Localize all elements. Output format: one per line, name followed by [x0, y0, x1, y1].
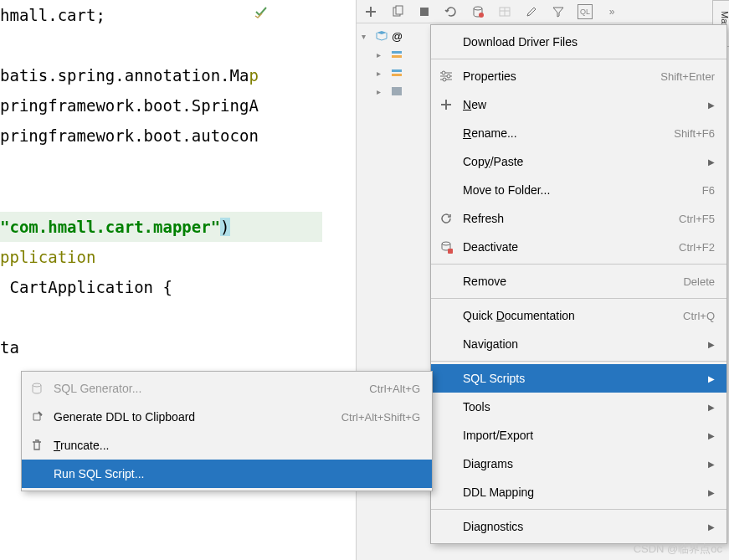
menu-import-export[interactable]: Import/Export ▶: [431, 421, 726, 450]
menu-download-driver[interactable]: Download Driver Files: [431, 28, 726, 56]
blank-icon: [438, 485, 454, 500]
code-line: batis.spring.annotation.Map: [0, 60, 322, 90]
blank-icon: [438, 519, 454, 534]
refresh-icon[interactable]: [444, 4, 459, 19]
ql-icon[interactable]: QL: [578, 4, 593, 19]
menu-properties[interactable]: Properties Shift+Enter: [431, 62, 726, 90]
menu-remove[interactable]: Remove Delete: [431, 267, 726, 295]
export-icon: [28, 409, 45, 424]
chevron-right-icon[interactable]: ▸: [377, 69, 387, 78]
context-menu-main: Download Driver Files Properties Shift+E…: [430, 24, 727, 544]
chevron-right-icon: ▶: [708, 403, 715, 412]
chevron-right-icon: ▶: [708, 157, 715, 167]
menu-quick-documentation[interactable]: Quick Documentation Ctrl+Q: [431, 301, 726, 330]
schema-icon: [390, 66, 403, 80]
menu-sql-scripts[interactable]: SQL Scripts ▶: [431, 364, 726, 393]
svg-point-16: [33, 383, 41, 387]
edit-icon[interactable]: [524, 4, 539, 19]
chevron-right-icon: ▶: [708, 100, 715, 110]
menu-refresh[interactable]: Refresh Ctrl+F5: [431, 204, 726, 233]
blank-icon: [438, 154, 454, 169]
chevron-right-icon: ▶: [708, 460, 715, 469]
menu-navigation[interactable]: Navigation ▶: [431, 330, 726, 358]
add-icon[interactable]: [363, 4, 378, 19]
watermark: CSDN @临界点oc: [634, 542, 722, 557]
svg-rect-9: [392, 74, 402, 76]
blank-icon: [438, 399, 454, 414]
code-line: [0, 182, 322, 212]
stop-icon[interactable]: [417, 4, 432, 19]
blank-icon: [28, 466, 45, 481]
chevron-right-icon: ▶: [708, 488, 715, 497]
trash-icon: [28, 438, 45, 453]
menu-diagrams[interactable]: Diagrams ▶: [431, 450, 726, 478]
blank-icon: [438, 456, 454, 471]
svg-rect-2: [420, 8, 429, 16]
chevron-right-icon: ▶: [708, 431, 715, 440]
tree-root-label: @: [392, 30, 403, 43]
chevron-right-icon: ▶: [708, 340, 715, 349]
blank-icon: [438, 126, 454, 141]
menu-move-folder[interactable]: Move to Folder... F6: [431, 176, 726, 204]
database-icon: [28, 381, 45, 396]
menu-new[interactable]: New ▶: [431, 90, 726, 119]
datasource-node-icon: [375, 29, 388, 43]
blank-icon: [438, 428, 454, 443]
blank-icon: [438, 308, 454, 323]
datasource-icon[interactable]: [470, 4, 485, 19]
deactivate-icon: [438, 239, 454, 254]
code-line-highlighted: "com.hmall.cart.mapper"): [0, 212, 322, 242]
menu-separator: [431, 59, 726, 59]
submenu-generate-ddl[interactable]: Generate DDL to Clipboard Ctrl+Alt+Shift…: [22, 403, 432, 431]
menu-deactivate[interactable]: Deactivate Ctrl+F2: [431, 233, 726, 261]
menu-ddl-mapping[interactable]: DDL Mapping ▶: [431, 478, 726, 506]
table-icon[interactable]: [497, 4, 512, 19]
svg-point-13: [443, 78, 446, 81]
svg-point-11: [442, 71, 445, 74]
svg-point-4: [479, 13, 484, 18]
menu-separator: [431, 264, 726, 265]
blank-icon: [438, 337, 454, 352]
code-line: hmall.cart;: [0, 0, 322, 30]
menu-tools[interactable]: Tools ▶: [431, 393, 726, 421]
chevron-right-icon: ▶: [708, 522, 715, 532]
menu-separator: [431, 509, 726, 510]
svg-rect-10: [392, 87, 402, 95]
schema-icon: [390, 48, 403, 61]
submenu-truncate[interactable]: Truncate...: [22, 431, 432, 460]
database-toolbar: QL »: [357, 0, 729, 23]
menu-separator: [431, 361, 726, 362]
svg-rect-7: [392, 55, 402, 58]
more-icon[interactable]: »: [604, 4, 619, 19]
code-line: pringframework.boot.autocon: [0, 121, 322, 151]
plus-icon: [438, 97, 454, 112]
chevron-right-icon: ▶: [708, 374, 715, 383]
svg-rect-6: [392, 51, 402, 54]
context-submenu-sql-scripts: SQL Generator... Ctrl+Alt+G Generate DDL…: [21, 371, 433, 491]
blank-icon: [438, 274, 454, 289]
filter-icon[interactable]: [551, 4, 566, 19]
menu-diagnostics[interactable]: Diagnostics ▶: [431, 512, 726, 541]
gutter-status-icon[interactable]: [254, 5, 268, 18]
submenu-run-sql-script[interactable]: Run SQL Script...: [22, 460, 432, 488]
menu-rename[interactable]: Rename... Shift+F6: [431, 119, 726, 147]
chevron-right-icon[interactable]: ▸: [377, 87, 387, 96]
copy-icon[interactable]: [390, 4, 405, 19]
svg-point-14: [442, 242, 450, 245]
blank-icon: [438, 182, 454, 198]
chevron-down-icon[interactable]: ▾: [362, 32, 372, 41]
submenu-sql-generator[interactable]: SQL Generator... Ctrl+Alt+G: [22, 374, 432, 403]
menu-separator: [431, 298, 726, 299]
svg-point-12: [447, 74, 450, 78]
chevron-right-icon[interactable]: ▸: [377, 50, 387, 59]
code-line: [0, 302, 322, 332]
sliders-icon: [438, 69, 454, 84]
svg-rect-8: [392, 69, 402, 72]
code-line: ta: [0, 332, 322, 362]
svg-rect-1: [396, 6, 403, 14]
code-line: [0, 151, 322, 181]
refresh-icon: [438, 211, 454, 226]
menu-copy-paste[interactable]: Copy/Paste ▶: [431, 147, 726, 176]
blank-icon: [438, 34, 454, 49]
svg-point-3: [474, 7, 482, 10]
